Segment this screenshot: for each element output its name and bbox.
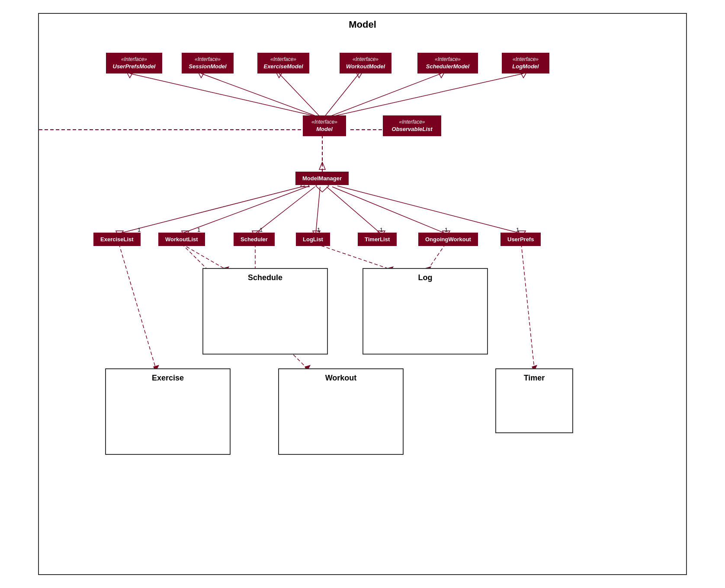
name-observablelist: ObservableList [388,126,436,133]
label-workoutlist: WorkoutList [165,236,198,243]
package-exercise: Exercise [105,368,231,455]
class-timerlist: TimerList [358,233,397,246]
class-workoutlist: WorkoutList [158,233,205,246]
interface-exercisemodel: «Interface» ExerciseModel [257,53,309,74]
svg-line-12 [329,74,441,117]
diagram-title: Model [39,14,686,30]
svg-line-14 [331,74,523,117]
package-timer: Timer [495,368,573,433]
interface-model: «Interface» Model [303,115,346,136]
name-schedulermodel: SchedulerModel [423,63,473,70]
stereotype-model: «Interface» [308,119,341,126]
stereotype-exercisemodel: «Interface» [263,56,304,63]
label-scheduler: Scheduler [241,236,268,243]
mult-1-scheduler: 1 [260,227,263,233]
svg-line-40 [428,244,446,269]
svg-line-23 [255,187,315,233]
package-workout: Workout [278,368,404,455]
pkg-title-timer: Timer [496,369,572,383]
svg-line-29 [332,187,446,233]
name-exercisemodel: ExerciseModel [263,63,304,70]
stereotype-observablelist: «Interface» [388,119,436,126]
interface-workoutmodel: «Interface» WorkoutModel [340,53,391,74]
svg-line-18 [119,186,305,233]
class-modelmanager: ModelManager [295,172,349,185]
svg-line-31 [337,186,521,233]
svg-line-46 [521,244,534,368]
stereotype-logmodel: «Interface» [507,56,544,63]
svg-line-34 [182,244,225,269]
name-logmodel: LogModel [507,63,544,70]
stereotype-userprefsmodel: «Interface» [111,56,157,63]
name-userprefsmodel: UserPrefsModel [111,63,157,70]
label-userprefs: UserPrefs [507,236,534,243]
mult-1-timerlist: 1 [380,227,383,233]
stereotype-workoutmodel: «Interface» [345,56,386,63]
interface-schedulermodel: «Interface» SchedulerModel [417,53,478,74]
pkg-title-workout: Workout [279,369,403,383]
stereotype-schedulermodel: «Interface» [423,56,473,63]
interface-observablelist: «Interface» ObservableList [383,115,441,136]
class-loglist: LogList [296,233,330,246]
class-ongoingworkout: OngoingWorkout [418,233,478,246]
svg-line-38 [316,244,389,269]
svg-line-6 [201,74,318,117]
mult-1-workoutlist: 1 [197,227,200,233]
svg-line-10 [324,74,359,117]
stereotype-sessionmodel: «Interface» [187,56,228,63]
svg-line-4 [130,74,318,117]
svg-line-21 [182,186,309,233]
name-sessionmodel: SessionModel [187,63,228,70]
interface-sessionmodel: «Interface» SessionModel [182,53,234,74]
mult-1-loglist: 1 [317,227,320,233]
class-exerciselist: ExerciseList [93,233,141,246]
mult-1-exerciselist: 1 [138,227,141,233]
label-exerciselist: ExerciseList [100,236,134,243]
pkg-title-exercise: Exercise [106,369,230,383]
class-scheduler: Scheduler [234,233,275,246]
pkg-title-schedule: Schedule [203,269,327,282]
label-loglist: LogList [303,236,323,243]
label-timerlist: TimerList [365,236,390,243]
interface-logmodel: «Interface» LogModel [502,53,549,74]
svg-line-42 [119,244,156,368]
mult-1-userprefs: 1 [516,227,519,233]
interface-userprefsmodel: «Interface» UserPrefsModel [106,53,162,74]
pkg-title-log: Log [363,269,487,282]
label-modelmanager: ModelManager [302,175,342,182]
name-model: Model [308,126,341,133]
package-log: Log [362,268,488,355]
svg-marker-17 [319,162,325,169]
diagram-container: Model [38,13,687,575]
label-ongoingworkout: OngoingWorkout [425,236,471,243]
svg-line-8 [279,74,320,117]
svg-line-27 [327,187,381,233]
mult-1-ongoingworkout: 1 [445,227,448,233]
class-userprefs: UserPrefs [500,233,541,246]
package-schedule: Schedule [202,268,328,355]
name-workoutmodel: WorkoutModel [345,63,386,70]
